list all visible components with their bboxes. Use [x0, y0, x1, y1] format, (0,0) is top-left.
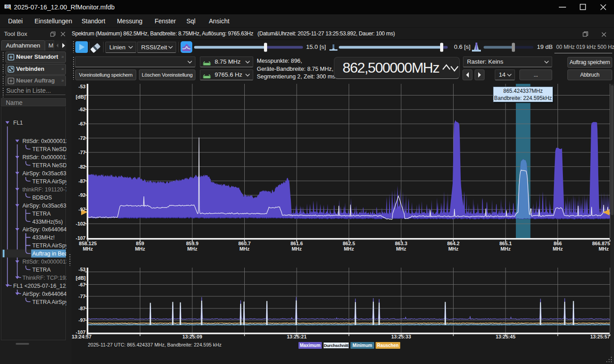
svg-text:ThinkRF: TCP:192.1: ThinkRF: TCP:192.1	[22, 275, 66, 281]
svg-text:-97: -97	[78, 317, 86, 323]
svg-text:2025-11-27 UTC: 865.424337 MHz: 2025-11-27 UTC: 865.424337 MHz, Bandbrei…	[88, 342, 221, 347]
svg-text:TETRA AirSpy M: TETRA AirSpy M	[32, 178, 66, 185]
svg-text:859.9: 859.9	[186, 241, 199, 246]
svg-text:MHz: MHz	[83, 246, 93, 251]
svg-text:MHz: MHz	[292, 246, 302, 251]
svg-text:862.5: 862.5	[343, 241, 355, 246]
svg-text:MHz: MHz	[187, 246, 198, 251]
svg-text:-67: -67	[78, 282, 86, 287]
svg-text:BDBOS: BDBOS	[32, 195, 52, 201]
svg-text:-82: -82	[78, 164, 86, 169]
svg-text:865.1: 865.1	[499, 241, 512, 246]
svg-text:-77: -77	[78, 150, 86, 155]
svg-text:RtlSdr: 0x00000131: RtlSdr: 0x00000131	[22, 259, 66, 265]
svg-text:866: 866	[553, 241, 562, 246]
svg-text:-97: -97	[78, 207, 86, 212]
svg-text:864.2: 864.2	[447, 241, 460, 246]
svg-text:13:25:21: 13:25:21	[287, 334, 307, 339]
svg-text:-92: -92	[78, 192, 86, 198]
svg-text:TETRA: TETRA	[32, 267, 51, 273]
svg-text:-53: -53	[78, 84, 86, 89]
svg-text:MHz: MHz	[135, 246, 145, 251]
svg-text:TETRA NeSDR V: TETRA NeSDR V	[32, 162, 66, 169]
svg-text:TETRA: TETRA	[32, 211, 51, 217]
svg-text:861.6: 861.6	[290, 241, 303, 246]
svg-text:13:25:57: 13:25:57	[590, 334, 610, 339]
svg-text:MHz: MHz	[344, 246, 354, 251]
svg-text:TETRA NeSDR V: TETRA NeSDR V	[32, 146, 66, 152]
svg-text:thinkRF: 191120-79: thinkRF: 191120-79	[22, 186, 66, 193]
svg-text:MHz: MHz	[501, 246, 511, 251]
svg-text:MHz: MHz	[396, 246, 406, 251]
svg-text:-87: -87	[78, 306, 86, 311]
svg-text:TETRA AirSpy F: TETRA AirSpy F	[32, 299, 66, 305]
svg-text:-67: -67	[78, 121, 86, 126]
svg-text:-53: -53	[78, 267, 86, 272]
svg-text:-72: -72	[78, 135, 86, 141]
svg-text:433MHz(5s): 433MHz(5s)	[32, 219, 63, 225]
svg-text:866.875: 866.875	[592, 241, 610, 246]
svg-text:859: 859	[136, 241, 144, 246]
svg-text:13:25:45: 13:25:45	[496, 334, 515, 339]
svg-text:RtlSdr: 0x00000120: RtlSdr: 0x00000120	[22, 154, 66, 160]
svg-text:FL1: FL1	[13, 120, 23, 126]
svg-text:AirSpy: 0x35ac63dc: AirSpy: 0x35ac63dc	[22, 170, 66, 177]
svg-text:860.7: 860.7	[238, 241, 251, 246]
svg-text:MHz: MHz	[599, 246, 609, 251]
svg-text:858.125: 858.125	[79, 241, 97, 246]
svg-text:433MHz!: 433MHz!	[32, 234, 55, 241]
svg-text:RtlSdr: 0x0000012F: RtlSdr: 0x0000012F	[22, 138, 66, 144]
svg-text:AirSpy: 0x644064dc: AirSpy: 0x644064dc	[22, 291, 66, 297]
svg-text:13:25:09: 13:25:09	[182, 334, 202, 339]
svg-text:13:25:33: 13:25:33	[391, 334, 411, 339]
svg-text:-107: -107	[76, 235, 86, 241]
svg-text:-77: -77	[78, 294, 86, 299]
svg-text:FL1 <2025-07-16_12.00: FL1 <2025-07-16_12.00	[13, 283, 67, 289]
svg-text:-62: -62	[78, 107, 86, 112]
svg-text:863.3: 863.3	[395, 241, 407, 246]
svg-text:AirSpy: 0x644064dc: AirSpy: 0x644064dc	[22, 226, 66, 233]
svg-text:Auftrag in Bea: Auftrag in Bea	[32, 251, 66, 257]
svg-text:-87: -87	[78, 178, 86, 184]
svg-text:MHz: MHz	[553, 246, 563, 251]
svg-text:-102: -102	[76, 221, 86, 226]
svg-text:MHz: MHz	[239, 246, 250, 251]
svg-text:TETRA AirSpy F: TETRA AirSpy F	[32, 243, 66, 249]
svg-text:AirSpy: 0x35ac63dc: AirSpy: 0x35ac63dc	[22, 203, 66, 209]
svg-text:MHz: MHz	[448, 246, 458, 251]
svg-text:[dB]: [dB]	[76, 275, 86, 281]
svg-text:[dB]: [dB]	[76, 94, 86, 100]
svg-text:13:24:57: 13:24:57	[72, 334, 91, 339]
